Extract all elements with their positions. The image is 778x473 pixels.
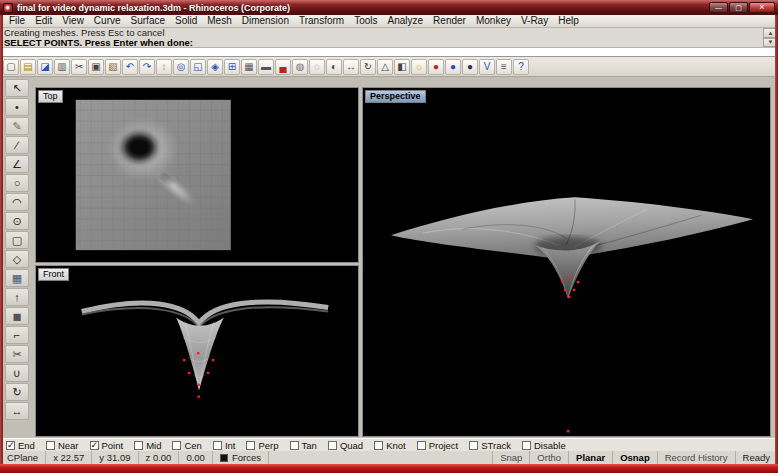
osnap-checkbox[interactable] bbox=[90, 441, 99, 450]
redo-icon[interactable]: ↷ bbox=[139, 59, 155, 75]
osnap-checkbox[interactable] bbox=[469, 441, 478, 450]
curve-pencil-icon[interactable]: ✎ bbox=[5, 117, 29, 135]
properties-icon[interactable]: ≡ bbox=[496, 59, 512, 75]
menu-item[interactable]: File bbox=[4, 15, 30, 27]
osnap-cen[interactable]: Cen bbox=[172, 440, 201, 451]
status-planar[interactable]: Planar bbox=[569, 451, 613, 464]
mirror-icon[interactable]: ◧ bbox=[394, 59, 410, 75]
osnap-project[interactable]: Project bbox=[417, 440, 459, 451]
join-icon[interactable]: ∪ bbox=[5, 364, 29, 382]
help-icon[interactable]: ? bbox=[513, 59, 529, 75]
menu-item[interactable]: Render bbox=[428, 15, 471, 27]
transform-icon[interactable]: ↻ bbox=[5, 383, 29, 401]
status-record-history[interactable]: Record History bbox=[658, 451, 736, 464]
named-views-icon[interactable]: ▬ bbox=[258, 59, 274, 75]
osnap-tan[interactable]: Tan bbox=[290, 440, 317, 451]
menu-item[interactable]: Curve bbox=[89, 15, 126, 27]
osnap-perp[interactable]: Perp bbox=[246, 440, 278, 451]
osnap-checkbox[interactable] bbox=[522, 441, 531, 450]
viewport-layout-icon[interactable]: ▦ bbox=[241, 59, 257, 75]
cut-icon[interactable]: ✂ bbox=[71, 59, 87, 75]
viewport-top-label[interactable]: Top bbox=[38, 90, 63, 103]
layer-pane[interactable]: Forces bbox=[213, 451, 269, 464]
menu-item[interactable]: Help bbox=[553, 15, 584, 27]
arc-icon[interactable]: ◠ bbox=[5, 193, 29, 211]
menu-item[interactable]: Tools bbox=[349, 15, 382, 27]
paste-icon[interactable]: ▧ bbox=[105, 59, 121, 75]
osnap-checkbox[interactable] bbox=[328, 441, 337, 450]
solid-box-icon[interactable]: ◼ bbox=[5, 307, 29, 325]
save-icon[interactable]: ◪ bbox=[37, 59, 53, 75]
osnap-checkbox[interactable] bbox=[246, 441, 255, 450]
cplane-pane[interactable]: CPlane bbox=[0, 451, 46, 464]
menu-item[interactable]: Dimension bbox=[237, 15, 294, 27]
menu-item[interactable]: V-Ray bbox=[516, 15, 553, 27]
material-red-icon[interactable]: ● bbox=[428, 59, 444, 75]
menu-item[interactable]: Mesh bbox=[202, 15, 236, 27]
viewport-front[interactable]: Front bbox=[35, 265, 359, 437]
status-osnap[interactable]: Osnap bbox=[613, 451, 658, 464]
fillet-icon[interactable]: ⌐ bbox=[5, 326, 29, 344]
menu-item[interactable]: Analyze bbox=[383, 15, 429, 27]
open-file-icon[interactable]: ▤ bbox=[20, 59, 36, 75]
polygon-icon[interactable]: ◇ bbox=[5, 250, 29, 268]
osnap-quad[interactable]: Quad bbox=[328, 440, 363, 451]
close-button[interactable] bbox=[749, 2, 775, 13]
surface-icon[interactable]: ▦ bbox=[5, 269, 29, 287]
rotate-icon[interactable]: ↻ bbox=[360, 59, 376, 75]
osnap-checkbox[interactable] bbox=[374, 441, 383, 450]
scale-icon[interactable]: △ bbox=[377, 59, 393, 75]
maximize-button[interactable] bbox=[729, 2, 748, 13]
render-preview-icon[interactable]: ◐ bbox=[326, 59, 342, 75]
vray-options-icon[interactable]: V bbox=[479, 59, 495, 75]
rectangle-icon[interactable]: ▢ bbox=[5, 231, 29, 249]
point-icon[interactable]: • bbox=[5, 98, 29, 116]
osnap-strack[interactable]: STrack bbox=[469, 440, 511, 451]
zoom-window-icon[interactable]: ◱ bbox=[190, 59, 206, 75]
menu-item[interactable]: Edit bbox=[30, 15, 57, 27]
circle-icon[interactable]: ○ bbox=[5, 174, 29, 192]
print-icon[interactable]: ▥ bbox=[54, 59, 70, 75]
status-ortho[interactable]: Ortho bbox=[530, 451, 569, 464]
menu-item[interactable]: Monkey bbox=[471, 15, 516, 27]
minimize-button[interactable] bbox=[709, 2, 728, 13]
osnap-mid[interactable]: Mid bbox=[134, 440, 161, 451]
osnap-checkbox[interactable] bbox=[46, 441, 55, 450]
undo-icon[interactable]: ↶ bbox=[122, 59, 138, 75]
dimension-icon[interactable]: ↔ bbox=[5, 402, 29, 420]
zoom-extents-all-icon[interactable]: ⊞ bbox=[224, 59, 240, 75]
menu-item[interactable]: Transform bbox=[294, 15, 349, 27]
pan-icon[interactable]: ↕ bbox=[156, 59, 172, 75]
trim-icon[interactable]: ✂ bbox=[5, 345, 29, 363]
osnap-checkbox[interactable] bbox=[290, 441, 299, 450]
osnap-point[interactable]: Point bbox=[90, 440, 124, 451]
shaded-view-icon[interactable]: ◍ bbox=[292, 59, 308, 75]
osnap-disable[interactable]: Disable bbox=[522, 440, 566, 451]
osnap-knot[interactable]: Knot bbox=[374, 440, 406, 451]
new-file-icon[interactable]: ▢ bbox=[3, 59, 19, 75]
light-icon[interactable]: ☼ bbox=[411, 59, 427, 75]
viewport-perspective-label[interactable]: Perspective bbox=[365, 90, 426, 103]
osnap-near[interactable]: Near bbox=[46, 440, 79, 451]
select-arrow-icon[interactable]: ↖ bbox=[5, 79, 29, 97]
extrude-icon[interactable]: ↑ bbox=[5, 288, 29, 306]
viewport-perspective[interactable]: Perspective bbox=[362, 87, 771, 437]
copy-icon[interactable]: ▣ bbox=[88, 59, 104, 75]
polyline-icon[interactable]: ∠ bbox=[5, 155, 29, 173]
osnap-checkbox[interactable] bbox=[172, 441, 181, 450]
render-car-icon[interactable]: ▄ bbox=[275, 59, 291, 75]
menu-item[interactable]: View bbox=[57, 15, 89, 27]
line-icon[interactable]: ∕ bbox=[5, 136, 29, 154]
menu-item[interactable]: Surface bbox=[126, 15, 170, 27]
ellipse-icon[interactable]: ⊙ bbox=[5, 212, 29, 230]
osnap-checkbox[interactable] bbox=[213, 441, 222, 450]
osnap-end[interactable]: End bbox=[6, 440, 35, 451]
move-icon[interactable]: ↔ bbox=[343, 59, 359, 75]
menu-item[interactable]: Solid bbox=[170, 15, 202, 27]
osnap-checkbox[interactable] bbox=[6, 441, 15, 450]
material-blue-icon[interactable]: ● bbox=[445, 59, 461, 75]
status-snap[interactable]: Snap bbox=[493, 451, 530, 464]
viewport-top[interactable]: Top bbox=[35, 87, 359, 263]
viewport-front-label[interactable]: Front bbox=[38, 268, 69, 281]
osnap-int[interactable]: Int bbox=[213, 440, 236, 451]
